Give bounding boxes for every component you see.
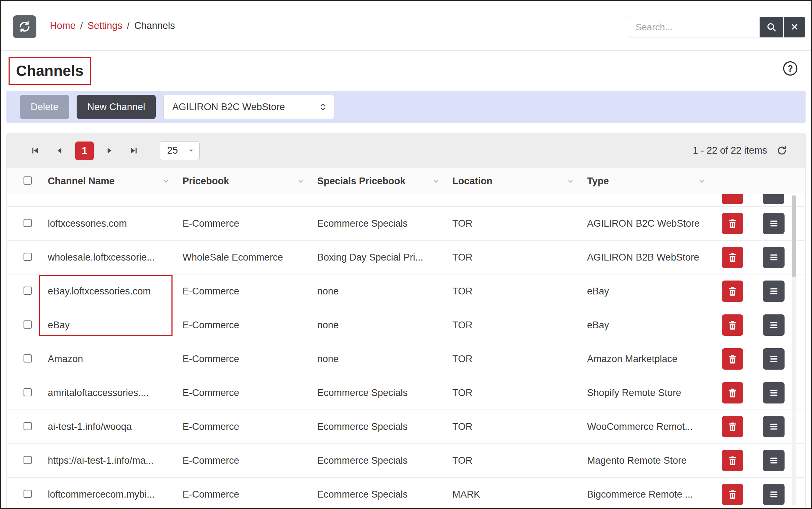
delete-row-button[interactable] [722,450,743,471]
row-menu-button[interactable] [763,382,785,403]
column-header-specials-pricebook[interactable]: Specials Pricebook [312,176,447,187]
delete-row-button[interactable] [722,194,743,204]
menu-bars-icon [769,455,779,466]
next-page-button[interactable] [101,142,118,159]
row-checkbox-cell [7,219,42,228]
pagination-bar: 1 25 1 - 22 of 22 items [7,133,805,168]
page-size-select[interactable]: 25 [160,142,200,160]
row-menu-button[interactable] [763,281,785,302]
clear-search-button[interactable]: ✕ [784,17,805,37]
cell-channel-name: wholesale.loftxcessorie... [42,252,177,263]
cell-pricebook: E-Commerce [177,286,312,297]
row-menu-button[interactable] [763,348,785,370]
channels-page: Home / Settings / Channels ✕ C [0,0,812,509]
row-checkbox-cell [7,354,42,364]
table-rows: loftxcessories.com E-Commerce Ecommerce … [7,207,805,508]
row-checkbox-cell [7,320,42,330]
row-menu-button[interactable] [763,484,785,505]
row-checkbox[interactable] [24,490,32,498]
chevron-down-icon[interactable] [432,178,439,185]
row-checkbox[interactable] [24,388,32,396]
column-header-pricebook[interactable]: Pricebook [177,176,312,187]
delete-row-button[interactable] [722,484,743,505]
row-checkbox[interactable] [24,456,32,464]
menu-bars-icon [769,387,779,398]
delete-row-button[interactable] [722,348,743,370]
column-header-channel-name[interactable]: Channel Name [42,176,177,187]
unfold-arrows-icon [318,102,328,112]
first-page-button[interactable] [27,142,43,159]
vertical-scrollbar[interactable] [792,195,796,506]
table-row: wholesale.loftxcessorie... WholeSale Eco… [7,241,805,274]
column-label: Channel Name [48,176,115,187]
chevron-down-icon[interactable] [297,178,304,185]
delete-row-button[interactable] [722,247,743,268]
delete-button[interactable]: Delete [20,95,69,119]
row-menu-button[interactable] [763,194,784,204]
chevron-down-icon[interactable] [698,178,705,185]
delete-row-button[interactable] [722,281,743,302]
delete-row-button[interactable] [722,382,743,403]
cell-pricebook: E-Commerce [177,387,312,399]
menu-bars-icon [769,421,779,432]
row-checkbox[interactable] [24,287,32,295]
refresh-grid-button[interactable] [776,145,787,156]
delete-row-button[interactable] [722,416,743,437]
cell-type: Bigcommerce Remote ... [582,489,713,500]
breadcrumb-settings[interactable]: Settings [88,20,123,31]
cell-location: TOR [447,387,582,399]
trash-icon [727,455,738,466]
row-checkbox[interactable] [24,219,32,227]
row-delete-cell [713,213,747,234]
row-menu-button[interactable] [763,416,785,437]
help-icon[interactable]: ? [783,61,797,76]
refresh-page-button[interactable] [13,15,36,38]
table-row: ai-test-1.info/wooqa E-Commerce Ecommerc… [7,410,805,444]
row-delete-cell [713,416,747,437]
cell-location: TOR [447,252,582,263]
previous-page-button[interactable] [51,142,68,159]
row-checkbox-cell [7,388,42,398]
row-menu-button[interactable] [763,450,785,471]
row-menu-button[interactable] [763,247,785,268]
table-row: eBay E-Commerce none TOR eBay [7,308,805,342]
row-delete-cell [713,314,747,336]
column-header-type[interactable]: Type [582,176,713,187]
cell-channel-name: amritaloftaccessories.... [42,387,177,399]
last-page-button[interactable] [125,142,142,159]
menu-bars-icon [769,252,779,263]
table-row: amritaloftaccessories.... E-Commerce Eco… [7,376,805,410]
last-page-icon [129,146,139,155]
help-glyph: ? [787,63,793,74]
row-checkbox[interactable] [24,320,32,329]
toolbar: Delete New Channel AGILIRON B2C WebStore [6,91,806,123]
scrollbar-thumb[interactable] [792,195,796,277]
row-menu-cell [747,281,790,302]
row-delete-cell [713,348,747,370]
new-channel-button[interactable]: New Channel [77,95,156,119]
chevron-down-icon[interactable] [567,178,574,185]
column-header-location[interactable]: Location [447,176,582,187]
row-menu-button[interactable] [763,314,785,336]
delete-row-button[interactable] [722,314,743,336]
chevron-down-icon[interactable] [163,178,169,185]
table-row: loftxcessories.com E-Commerce Ecommerce … [7,207,805,241]
search-input[interactable] [629,17,760,37]
row-checkbox-cell [7,456,42,466]
delete-row-button[interactable] [722,213,743,234]
select-all-checkbox[interactable] [24,176,32,185]
breadcrumb-home[interactable]: Home [50,20,76,31]
search-button[interactable] [760,17,783,37]
row-menu-button[interactable] [763,213,785,234]
row-checkbox[interactable] [24,354,32,363]
partially-scrolled-row [7,194,805,207]
row-checkbox[interactable] [24,253,32,261]
cell-specials-pricebook: none [312,320,447,331]
channel-type-select[interactable]: AGILIRON B2C WebStore [163,95,334,119]
row-checkbox[interactable] [24,422,32,430]
channel-type-selected-value: AGILIRON B2C WebStore [172,102,285,113]
page-number-button[interactable]: 1 [75,142,94,160]
trash-icon [727,489,738,500]
cell-channel-name: ai-test-1.info/wooqa [42,421,177,432]
menu-bars-icon [769,489,779,500]
